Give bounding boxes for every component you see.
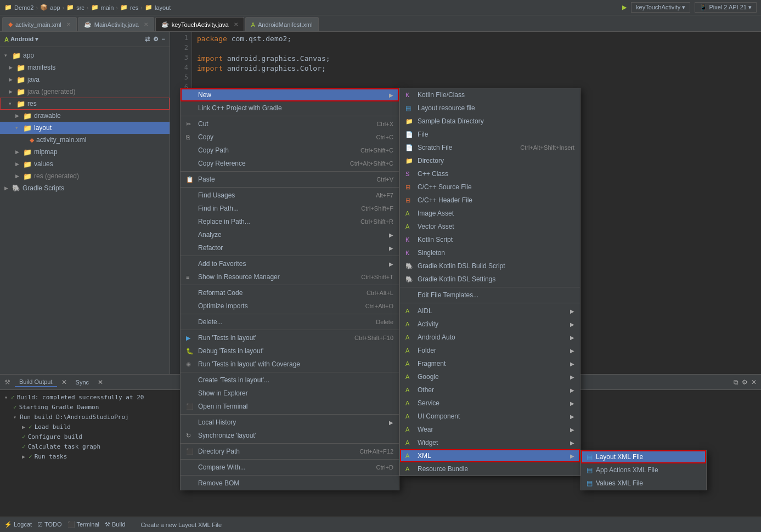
new-image-asset[interactable]: A Image Asset <box>400 207 580 220</box>
sep-dir-path <box>181 443 399 444</box>
new-sample-data[interactable]: 📁 Sample Data Directory <box>400 115 580 128</box>
menu-item-cut[interactable]: ✂ Cut Ctrl+X <box>181 117 399 131</box>
menu-label-run-coverage: Run 'Tests in layout' with Coverage <box>198 360 300 368</box>
singleton-icon: K <box>405 250 415 256</box>
new-aidl[interactable]: A AIDL ▶ <box>400 304 580 318</box>
analyze-arrow: ▶ <box>389 232 393 238</box>
menu-item-copy-path[interactable]: Copy Path Ctrl+Shift+C <box>181 144 399 157</box>
new-android-auto[interactable]: A Android Auto ▶ <box>400 331 580 344</box>
menu-item-directory-path[interactable]: ⬛ Directory Path Ctrl+Alt+F12 <box>181 445 399 458</box>
image-asset-icon: A <box>405 210 415 217</box>
menu-item-synchronize[interactable]: ↻ Synchronize 'layout' <box>181 429 399 442</box>
sep-paste <box>181 171 399 172</box>
xml-values-file[interactable]: ▤ Values XML File <box>581 477 706 490</box>
new-cpp-source[interactable]: ⊞ C/C++ Source File <box>400 180 580 194</box>
menu-item-paste[interactable]: 📋 Paste Ctrl+V <box>181 173 399 186</box>
menu-item-copy[interactable]: ⎘ Copy Ctrl+C <box>181 131 399 144</box>
new-singleton[interactable]: K Singleton <box>400 246 580 259</box>
ui-component-arrow: ▶ <box>570 414 574 420</box>
label-cpp-class: C++ Class <box>418 170 448 178</box>
shortcut-reformat: Ctrl+Alt+L <box>367 290 393 296</box>
menu-item-delete[interactable]: Delete... Delete <box>181 315 399 329</box>
activity-arrow: ▶ <box>570 321 574 327</box>
new-cpp-class[interactable]: S C++ Class <box>400 167 580 180</box>
menu-item-debug-tests[interactable]: 🐛 Debug 'Tests in layout' <box>181 344 399 358</box>
new-fragment[interactable]: A Fragment ▶ <box>400 357 580 370</box>
xml-app-actions[interactable]: ▤ App Actions XML File <box>581 463 706 477</box>
label-resource-bundle: Resource Bundle <box>418 465 468 473</box>
label-kotlin-script: Kotlin Script <box>418 236 453 244</box>
run-tests-icon: ▶ <box>186 335 196 342</box>
label-cpp-source: C/C++ Source File <box>418 183 472 191</box>
menu-item-new[interactable]: New ▶ <box>181 88 399 101</box>
menu-item-open-terminal[interactable]: ⬛ Open in Terminal <box>181 400 399 413</box>
xml-submenu[interactable]: ▤ Layout XML File ▤ App Actions XML File… <box>580 450 707 490</box>
menu-item-show-explorer[interactable]: Show in Explorer <box>181 387 399 400</box>
new-service[interactable]: A Service ▶ <box>400 397 580 410</box>
menu-label-reformat-code: Reformat Code <box>198 289 243 297</box>
menu-item-replace-in-path[interactable]: Replace in Path... Ctrl+Shift+R <box>181 215 399 228</box>
menu-item-copy-ref[interactable]: Copy Reference Ctrl+Alt+Shift+C <box>181 157 399 170</box>
menu-label-copy: Copy <box>198 133 213 141</box>
widget-icon: A <box>405 439 415 446</box>
new-vector-asset[interactable]: A Vector Asset <box>400 220 580 233</box>
new-directory[interactable]: 📁 Directory <box>400 154 580 167</box>
cpp-source-icon: ⊞ <box>405 184 415 191</box>
edit-file-templates[interactable]: Edit File Templates... <box>400 288 580 302</box>
xml-layout-xml-file[interactable]: ▤ Layout XML File <box>581 450 706 463</box>
menu-label-local-history: Local History <box>198 418 236 426</box>
menu-label-copy-ref: Copy Reference <box>198 160 246 167</box>
menu-label-new: New <box>198 91 211 99</box>
menu-label-create-tests: Create 'Tests in layout'... <box>198 376 269 384</box>
menu-item-compare-with[interactable]: Compare With... Ctrl+D <box>181 461 399 474</box>
refactor-arrow: ▶ <box>389 245 393 251</box>
copy-icon: ⎘ <box>186 134 196 140</box>
new-gradle-build[interactable]: 🐘 Gradle Kotlin DSL Build Script <box>400 259 580 273</box>
new-resource-bundle[interactable]: A Resource Bundle <box>400 462 580 476</box>
menu-item-run-coverage[interactable]: ⊕ Run 'Tests in layout' with Coverage <box>181 358 399 371</box>
new-kotlin-file[interactable]: K Kotlin File/Class <box>400 88 580 101</box>
activity-icon: A <box>405 321 415 327</box>
service-icon: A <box>405 400 415 406</box>
new-ui-component[interactable]: A UI Component ▶ <box>400 410 580 423</box>
menu-item-reformat-code[interactable]: Reformat Code Ctrl+Alt+L <box>181 286 399 299</box>
menu-item-create-tests[interactable]: Create 'Tests in layout'... <box>181 373 399 387</box>
cpp-header-icon: ⊞ <box>405 197 415 204</box>
menu-item-find-usages[interactable]: Find Usages Alt+F7 <box>181 189 399 202</box>
new-file[interactable]: 📄 File <box>400 128 580 141</box>
new-kotlin-script[interactable]: K Kotlin Script <box>400 233 580 246</box>
primary-context-menu[interactable]: New ▶ Link C++ Project with Gradle ✂ Cut… <box>180 88 399 490</box>
menu-item-analyze[interactable]: Analyze ▶ <box>181 228 399 241</box>
shortcut-compare: Ctrl+D <box>376 464 393 471</box>
menu-item-add-favorites[interactable]: Add to Favorites ▶ <box>181 257 399 270</box>
label-sample-data: Sample Data Directory <box>418 117 484 125</box>
menu-item-remove-bom[interactable]: Remove BOM <box>181 477 399 490</box>
menu-item-local-history[interactable]: Local History ▶ <box>181 416 399 429</box>
menu-item-optimize-imports[interactable]: Optimize Imports Ctrl+Alt+O <box>181 299 399 313</box>
new-cpp-header[interactable]: ⊞ C/C++ Header File <box>400 194 580 207</box>
new-google[interactable]: A Google ▶ <box>400 370 580 383</box>
new-folder[interactable]: A Folder ▶ <box>400 344 580 357</box>
gradle-settings-icon: 🐘 <box>405 276 415 283</box>
label-scratch-file: Scratch File <box>418 144 452 151</box>
new-submenu[interactable]: K Kotlin File/Class ▤ Layout resource fi… <box>399 88 580 476</box>
new-scratch-file[interactable]: 📄 Scratch File Ctrl+Alt+Shift+Insert <box>400 141 580 154</box>
new-activity[interactable]: A Activity ▶ <box>400 318 580 331</box>
label-new-folder: Folder <box>418 347 436 354</box>
label-layout-xml-file: Layout XML File <box>596 453 643 461</box>
context-menu-overlay: New ▶ Link C++ Project with Gradle ✂ Cut… <box>0 0 761 532</box>
new-wear[interactable]: A Wear ▶ <box>400 423 580 436</box>
dir-path-icon: ⬛ <box>186 448 196 455</box>
new-gradle-settings[interactable]: 🐘 Gradle Kotlin DSL Settings <box>400 273 580 286</box>
new-other[interactable]: A Other ▶ <box>400 383 580 397</box>
menu-item-find-in-path[interactable]: Find in Path... Ctrl+Shift+F <box>181 202 399 215</box>
new-xml[interactable]: A XML ▶ <box>400 449 580 462</box>
sep-after-link <box>181 116 399 116</box>
new-widget[interactable]: A Widget ▶ <box>400 436 580 449</box>
new-layout-resource[interactable]: ▤ Layout resource file <box>400 101 580 115</box>
scratch-file-icon: 📄 <box>405 144 415 151</box>
menu-item-refactor[interactable]: Refactor ▶ <box>181 241 399 254</box>
menu-item-show-resource-manager[interactable]: ≡ Show In Resource Manager Ctrl+Shift+T <box>181 270 399 284</box>
menu-item-link-cpp[interactable]: Link C++ Project with Gradle <box>181 101 399 115</box>
menu-item-run-tests[interactable]: ▶ Run 'Tests in layout' Ctrl+Shift+F10 <box>181 331 399 344</box>
